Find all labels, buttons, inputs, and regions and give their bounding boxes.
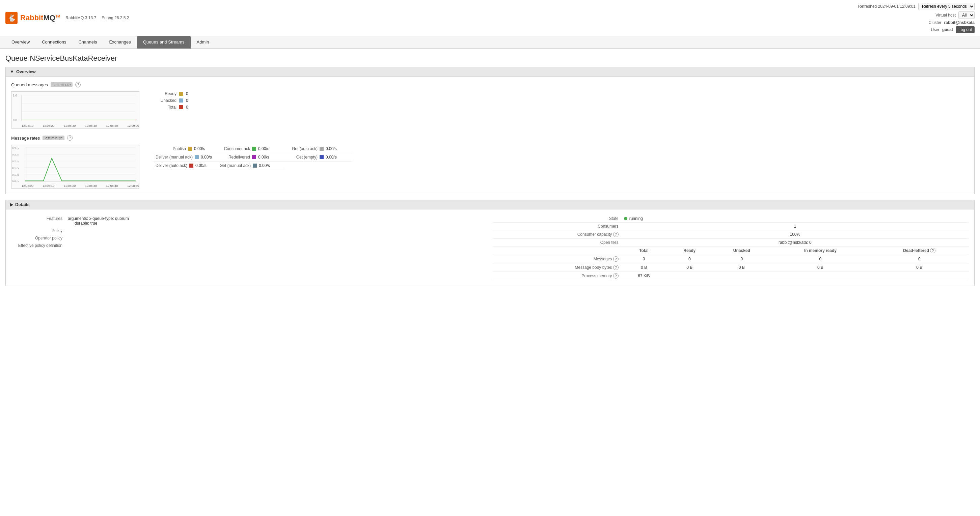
get-manual-color [253,164,257,168]
state-row: State running [493,215,969,222]
process-memory-help[interactable]: ? [613,273,619,279]
details-grid: Features arguments: x-queue-type: quorum… [11,215,969,280]
col-in-memory: In memory ready [771,246,870,255]
queued-chart-x-labels: 12:08:10 12:08:20 12:08:30 12:08:40 12:0… [22,124,139,127]
message-body-bytes-total: 0 B [621,264,667,272]
features-durable-value: true [91,221,97,225]
consumer-capacity-row: Consumer capacity ? 100% [493,230,969,239]
trademark: TM [55,14,60,18]
erlang-version: Erlang 26.2.5.2 [102,16,129,20]
features-value: arguments: x-queue-type: quorum durable:… [65,215,487,227]
overview-section-header[interactable]: ▼ Overview [5,67,975,76]
get-manual-value: 0.00/s [259,163,270,168]
queued-messages-badge: last minute [51,82,73,87]
consumer-capacity-help[interactable]: ? [613,232,619,237]
svg-text:0.3 /s: 0.3 /s [12,147,19,150]
svg-text:0.1 /s: 0.1 /s [12,173,19,176]
unacked-stat-row: Unacked 0 [153,98,188,103]
nav-queues-streams[interactable]: Queues and Streams [137,36,191,49]
message-rates-title-row: Message rates last minute ? [11,135,969,141]
messages-in-memory: 0 [771,255,870,264]
col-ready: Ready [667,246,713,255]
process-memory-empty [667,272,969,280]
state-label: State [493,215,621,222]
nav-admin[interactable]: Admin [191,36,215,49]
rabbitmq-version: RabbitMQ 3.13.7 [65,16,96,20]
operator-policy-row: Operator policy [11,234,487,242]
publish-rate-value: 0.00/s [194,146,205,151]
svg-text:0.2 /s: 0.2 /s [12,154,19,157]
queued-messages-chart-row: 1.0 0.0 12:08:10 12:08:20 12:08:30 12:08… [11,91,969,129]
version-info: RabbitMQ 3.13.7 Erlang 26.2.5.2 [65,16,129,20]
open-files-value: rabbit@nsbkata: 0 [621,239,969,246]
dead-lettered-help[interactable]: ? [930,248,935,253]
unacked-label: Unacked [153,98,177,103]
deliver-auto-label: Deliver (auto ack) [156,163,187,168]
policy-value [65,227,487,234]
redelivered-rate-item: Redelivered 0.00/s [217,153,285,162]
message-body-bytes-unacked: 0 B [713,264,771,272]
messages-dead-lettered: 0 [870,255,969,264]
refresh-select[interactable]: Refresh every 5 seconds [918,3,975,10]
queued-messages-stats: Ready 0 Unacked 0 Total 0 [153,91,188,112]
features-arguments: arguments: [68,216,89,221]
unacked-value: 0 [186,98,188,103]
message-body-bytes-help[interactable]: ? [613,265,619,270]
state-value: running [621,215,969,222]
user-row: User guest Log out [931,26,975,33]
cluster-value: rabbit@nsbkata [944,20,975,25]
details-right-table: State running Consumers 1 [493,215,969,280]
queue-name: NServiceBusKataReceiver [30,54,117,62]
unacked-color-swatch [179,98,183,103]
operator-policy-value [65,234,487,242]
message-rates-svg: 0.3 /s 0.2 /s 0.2 /s 0.1 /s 0.1 /s 0.0 /… [11,145,139,188]
nav-exchanges[interactable]: Exchanges [103,36,137,49]
logout-button[interactable]: Log out [956,26,975,33]
consumer-ack-rate-item: Consumer ack 0.00/s [217,144,285,153]
message-rates-chart: 0.3 /s 0.2 /s 0.2 /s 0.1 /s 0.1 /s 0.0 /… [11,144,139,189]
deliver-auto-color [189,164,193,168]
nav-channels[interactable]: Channels [72,36,103,49]
nav-connections[interactable]: Connections [36,36,72,49]
deliver-manual-rate-item: Deliver (manual ack) 0.00/s [153,153,217,162]
refreshed-text: Refreshed 2024-09-01 12:09:01 [858,4,916,9]
logo-area: 🐇 RabbitMQTM [5,12,60,24]
get-manual-label: Get (manual ack) [220,163,251,168]
get-empty-color [320,155,324,159]
nav-overview[interactable]: Overview [5,36,36,49]
consumer-ack-value: 0.00/s [258,146,269,151]
message-rates-help-icon[interactable]: ? [67,135,73,141]
queued-messages-chart: 1.0 0.0 12:08:10 12:08:20 12:08:30 12:08… [11,91,139,129]
details-section-title: Details [15,202,30,207]
cluster-label: Cluster [929,20,942,25]
consumer-ack-label: Consumer ack [220,146,250,151]
queued-messages-help-icon[interactable]: ? [75,82,81,87]
details-section-header[interactable]: ▶ Details [5,200,975,210]
green-dot-icon [624,217,627,220]
messages-help[interactable]: ? [613,256,619,262]
col-unacked: Unacked [713,246,771,255]
message-rates-label: Message rates [11,136,40,141]
publish-rate-item: Publish 0.00/s [153,144,217,153]
queued-messages-label: Queued messages [11,82,48,87]
total-color-swatch [179,105,183,109]
total-stat-row: Total 0 [153,105,188,110]
page-title: Queue NServiceBusKataReceiver [5,54,975,63]
svg-text:0.1 /s: 0.1 /s [12,167,19,170]
rates-stats-grid: Publish 0.00/s Deliver (manual ack) 0.00… [153,144,352,170]
consumers-value: 1 [621,222,969,230]
consumer-ack-color [252,147,256,151]
vhost-label: Virtual host [935,13,956,17]
messages-row-label: Messages ? [493,255,621,264]
message-rates-section: Message rates last minute ? [11,135,969,189]
nav-bar: Overview Connections Channels Exchanges … [0,36,980,49]
vhost-select[interactable]: All [958,11,975,19]
details-left: Features arguments: x-queue-type: quorum… [11,215,487,280]
rabbitmq-logo-text: RabbitMQTM [20,13,60,22]
deliver-manual-value: 0.00/s [201,155,212,160]
get-auto-rate-item: Get (auto ack) 0.00/s [285,144,352,153]
features-type-value: quorum [115,216,129,221]
overview-section-title: Overview [16,69,36,74]
ready-color-swatch [179,92,183,96]
details-section-body: Features arguments: x-queue-type: quorum… [5,210,975,286]
